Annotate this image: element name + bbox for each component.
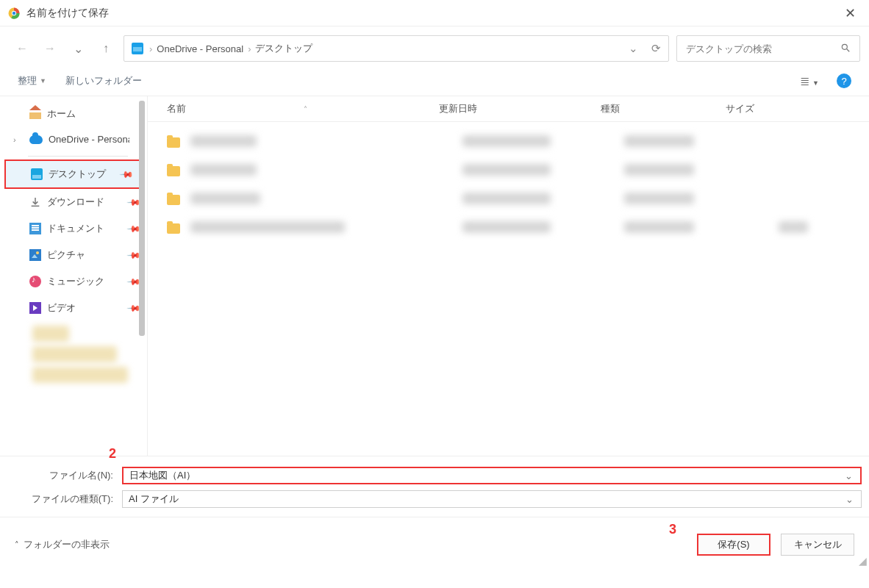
column-header-type[interactable]: 種類	[601, 102, 726, 115]
sort-caret-icon: ˄	[304, 105, 307, 113]
sidebar-item-redacted[interactable]	[32, 367, 128, 383]
caret-up-icon: ˄	[15, 540, 19, 550]
sidebar-item-pictures[interactable]: ピクチャ 📌	[0, 242, 147, 268]
title-bar: 名前を付けて保存 ✕	[0, 0, 869, 26]
folder-icon	[167, 195, 180, 205]
back-button[interactable]: ←	[12, 42, 32, 55]
music-icon	[29, 276, 41, 287]
column-header-date[interactable]: 更新日時	[439, 102, 601, 115]
address-dropdown-icon[interactable]: ⌄	[629, 42, 638, 55]
file-size-redacted	[779, 221, 808, 233]
filetype-value: AI ファイル	[129, 492, 855, 506]
file-type-redacted	[624, 193, 694, 204]
sidebar-item-downloads[interactable]: ダウンロード 📌	[0, 189, 147, 215]
sidebar-item-redacted[interactable]	[32, 326, 69, 342]
folder-icon	[167, 166, 180, 176]
sidebar-item-documents[interactable]: ドキュメント 📌	[0, 215, 147, 242]
file-name-redacted	[190, 221, 345, 233]
help-button[interactable]: ?	[837, 74, 851, 88]
sidebar-item-videos[interactable]: ビデオ 📌	[0, 295, 147, 321]
location-icon	[132, 43, 143, 54]
sidebar-item-label: ダウンロード	[47, 196, 104, 209]
cancel-button[interactable]: キャンセル	[781, 534, 854, 556]
onedrive-icon	[29, 135, 43, 144]
svg-point-3	[842, 44, 847, 49]
video-icon	[29, 302, 41, 314]
filetype-label: ファイルの種類(T):	[7, 492, 118, 506]
column-label: 名前	[167, 102, 186, 115]
file-date-redacted	[462, 221, 551, 233]
file-name-redacted	[190, 135, 257, 147]
sidebar-item-label: ビデオ	[47, 301, 76, 315]
file-row[interactable]	[148, 128, 869, 157]
breadcrumb-sep-icon: ›	[149, 43, 152, 54]
svg-point-2	[12, 11, 16, 15]
sidebar-item-music[interactable]: ミュージック 📌	[0, 268, 147, 295]
main-area: ホーム › OneDrive - Personal 1 デスクトップ 📌 ダウン…	[0, 96, 869, 456]
sidebar-item-label: ホーム	[47, 107, 76, 121]
close-button[interactable]: ✕	[839, 2, 862, 24]
file-name-redacted	[190, 193, 260, 204]
filename-input[interactable]: 日本地図（AI）	[122, 467, 862, 484]
dropdown-caret-icon: ▼	[40, 77, 46, 85]
file-type-redacted	[624, 164, 694, 176]
sidebar-separator	[28, 156, 128, 157]
sidebar-item-home[interactable]: ホーム	[0, 101, 147, 127]
column-header-size[interactable]: サイズ	[726, 102, 799, 115]
sidebar-item-label: ピクチャ	[47, 248, 85, 262]
search-input[interactable]	[686, 43, 840, 54]
breadcrumb: › OneDrive - Personal › デスクトップ	[149, 42, 623, 55]
file-row[interactable]	[148, 214, 869, 243]
sidebar-item-redacted[interactable]	[32, 346, 117, 362]
breadcrumb-onedrive[interactable]: OneDrive - Personal	[157, 43, 243, 54]
scroll-thumb[interactable]	[139, 101, 145, 336]
search-box[interactable]	[676, 35, 860, 62]
file-row[interactable]	[148, 157, 869, 185]
filename-block: 2 ファイル名(N): 日本地図（AI） ファイルの種類(T): AI ファイル	[0, 456, 869, 517]
annotation-3: 3	[669, 522, 676, 537]
picture-icon	[29, 249, 41, 261]
sidebar-item-onedrive[interactable]: › OneDrive - Personal	[0, 127, 147, 151]
pin-icon[interactable]: 📌	[119, 167, 135, 182]
organize-menu[interactable]: 整理 ▼	[18, 74, 46, 87]
file-name-redacted	[190, 164, 257, 176]
hide-folders-label: フォルダーの非表示	[24, 538, 110, 551]
resize-grip-icon[interactable]: ◢	[859, 555, 867, 567]
download-icon	[29, 196, 41, 208]
search-icon[interactable]	[840, 43, 851, 55]
recent-locations-dropdown[interactable]: ⌄	[68, 42, 88, 56]
file-type-redacted	[624, 135, 694, 147]
breadcrumb-desktop[interactable]: デスクトップ	[255, 42, 312, 55]
filename-value: 日本地図（AI）	[129, 469, 854, 482]
expander-icon[interactable]: ›	[13, 135, 16, 144]
address-bar[interactable]: › OneDrive - Personal › デスクトップ ⌄ ⟳	[124, 35, 669, 62]
file-list-pane: 名前 ˄ 更新日時 種類 サイズ	[147, 96, 869, 456]
home-icon	[29, 109, 41, 119]
dialog-footer: ˄ フォルダーの非表示 3 保存(S) キャンセル ◢	[0, 517, 869, 569]
nav-row: ← → ⌄ ↑ › OneDrive - Personal › デスクトップ ⌄…	[0, 26, 869, 71]
sidebar-item-label: ミュージック	[47, 275, 104, 288]
document-icon	[29, 223, 41, 234]
filetype-dropdown[interactable]: AI ファイル	[122, 490, 862, 508]
new-folder-button[interactable]: 新しいフォルダー	[65, 74, 142, 87]
file-date-redacted	[462, 193, 551, 204]
hide-folders-toggle[interactable]: ˄ フォルダーの非表示	[15, 538, 110, 551]
window-title: 名前を付けて保存	[26, 7, 839, 20]
desktop-icon	[31, 168, 43, 180]
column-headers: 名前 ˄ 更新日時 種類 サイズ	[148, 96, 869, 122]
file-date-redacted	[462, 164, 551, 176]
sidebar-item-desktop[interactable]: デスクトップ 📌	[4, 159, 141, 189]
filename-label: ファイル名(N):	[7, 469, 118, 482]
column-header-name[interactable]: 名前 ˄	[167, 102, 439, 115]
forward-button[interactable]: →	[40, 42, 60, 55]
sidebar-scrollbar[interactable]	[139, 96, 145, 448]
view-options-button[interactable]: ≣ ▼	[800, 74, 819, 88]
toolbar: 整理 ▼ 新しいフォルダー ≣ ▼ ?	[0, 71, 869, 96]
organize-label: 整理	[18, 74, 37, 87]
refresh-button[interactable]: ⟳	[651, 42, 661, 55]
breadcrumb-sep-icon: ›	[248, 43, 251, 54]
save-button[interactable]: 保存(S)	[697, 534, 770, 556]
file-list	[148, 122, 869, 243]
file-row[interactable]	[148, 185, 869, 214]
up-button[interactable]: ↑	[96, 42, 116, 55]
